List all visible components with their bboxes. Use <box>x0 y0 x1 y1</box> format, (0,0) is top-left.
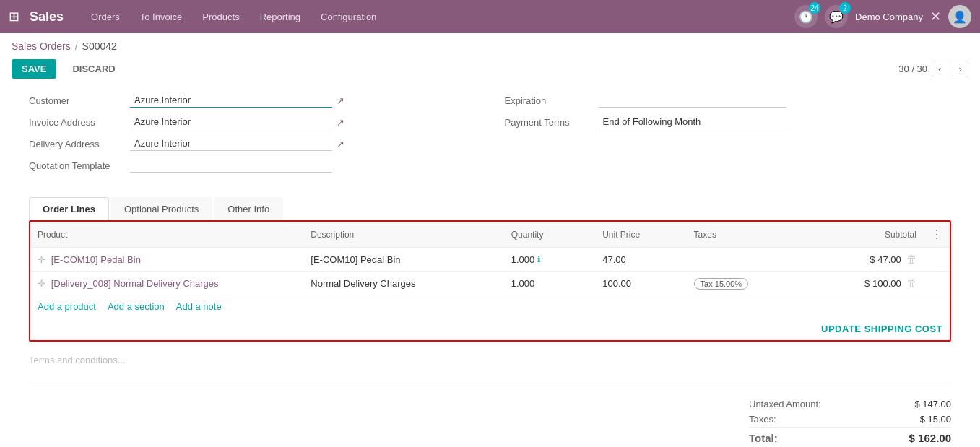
customer-input-wrap: ↗ <box>130 93 344 108</box>
col-taxes: Taxes <box>687 222 815 248</box>
topnav-right: 🕐 24 💬 2 Demo Company ✕ 👤 <box>794 5 971 28</box>
prev-record-button[interactable]: ‹ <box>932 61 948 77</box>
col-subtotal: Subtotal <box>814 222 924 248</box>
user-avatar[interactable]: 👤 <box>948 5 971 28</box>
add-links-row: Add a product Add a section Add a note <box>30 295 950 318</box>
company-selector[interactable]: Demo Company <box>855 12 923 22</box>
totals-section: Untaxed Amount: $ 147.00 Taxes: $ 15.00 … <box>0 394 980 447</box>
update-shipping-button[interactable]: UPDATE SHIPPING COST <box>821 324 942 334</box>
nav-to-invoice[interactable]: To Invoice <box>133 9 190 25</box>
save-button[interactable]: SAVE <box>12 59 56 79</box>
add-product-link[interactable]: Add a product <box>38 301 96 312</box>
add-note-link[interactable]: Add a note <box>176 301 222 312</box>
col-product: Product <box>30 222 303 248</box>
taxes-label: Taxes: <box>749 414 776 425</box>
row1-taxes <box>687 248 815 272</box>
row2-quantity-value: 1.000 <box>511 278 535 289</box>
row2-description: Normal Delivery Charges <box>303 272 503 295</box>
form-grid: Customer ↗ Invoice Address Azure Interio… <box>29 93 951 180</box>
row2-product-link[interactable]: [Delivery_008] Normal Delivery Charges <box>51 278 219 289</box>
expiration-row: Expiration <box>505 93 952 108</box>
row1-quantity-value: 1.000 <box>511 254 535 265</box>
row2-unit-price: 100.00 <box>595 272 686 295</box>
row1-unit-price: 47.00 <box>595 248 686 272</box>
terms-area: Terms and conditions... <box>29 349 951 386</box>
row1-quantity-wrap: 1.000 ℹ <box>511 254 588 265</box>
order-lines-table: Product Description Quantity Unit Price … <box>30 222 950 295</box>
order-lines-table-container: Product Description Quantity Unit Price … <box>29 220 951 342</box>
totals-total-row: Total: $ 162.00 <box>749 427 951 446</box>
drag-handle-icon[interactable]: ✛ <box>38 254 45 265</box>
total-label: Total: <box>749 432 778 444</box>
quotation-template-label: Quotation Template <box>29 160 130 171</box>
invoice-address-external-icon[interactable]: ↗ <box>337 117 344 128</box>
top-navigation: ⊞ Sales Orders To Invoice Products Repor… <box>0 0 980 33</box>
row2-subtotal: $ 100.00 🗑 <box>814 272 924 295</box>
close-icon[interactable]: ✕ <box>930 9 941 25</box>
chat-badge[interactable]: 💬 2 <box>825 5 848 28</box>
customer-external-icon[interactable]: ↗ <box>337 95 344 106</box>
quotation-template-wrap <box>130 158 332 173</box>
row2-extra <box>924 272 950 295</box>
row2-taxes: Tax 15.00% <box>687 272 815 295</box>
tab-other-info[interactable]: Other Info <box>214 197 283 220</box>
nav-reporting[interactable]: Reporting <box>253 9 308 25</box>
row1-product-link[interactable]: [E-COM10] Pedal Bin <box>51 254 141 265</box>
row2-subtotal-value: $ 100.00 <box>864 278 901 289</box>
add-section-link[interactable]: Add a section <box>108 301 165 312</box>
discard-button[interactable]: DISCARD <box>62 59 125 79</box>
tab-order-lines[interactable]: Order Lines <box>29 197 109 220</box>
untaxed-label: Untaxed Amount: <box>749 399 821 409</box>
form-right: Expiration Payment Terms End of Followin… <box>505 93 952 180</box>
row1-info-icon[interactable]: ℹ <box>537 254 541 264</box>
payment-terms-label: Payment Terms <box>505 117 599 128</box>
row1-extra <box>924 248 950 272</box>
tab-optional-products[interactable]: Optional Products <box>110 197 212 220</box>
invoice-address-row: Invoice Address Azure Interior ↗ <box>29 115 476 129</box>
invoice-address-select[interactable]: Azure Interior <box>130 115 332 129</box>
drag-handle-icon[interactable]: ✛ <box>38 278 45 289</box>
expiration-select[interactable] <box>599 93 786 108</box>
row1-product: ✛ [E-COM10] Pedal Bin <box>30 248 303 272</box>
totals-untaxed-row: Untaxed Amount: $ 147.00 <box>749 396 951 412</box>
table-row: ✛ [E-COM10] Pedal Bin [E-COM10] Pedal Bi… <box>30 248 950 272</box>
update-shipping-row: UPDATE SHIPPING COST <box>30 318 950 340</box>
nav-configuration[interactable]: Configuration <box>313 9 383 25</box>
next-record-button[interactable]: › <box>953 61 968 77</box>
row2-product: ✛ [Delivery_008] Normal Delivery Charges <box>30 272 303 295</box>
row1-delete-icon[interactable]: 🗑 <box>906 253 916 265</box>
totals-taxes-row: Taxes: $ 15.00 <box>749 412 951 427</box>
breadcrumb-parent[interactable]: Sales Orders <box>12 40 71 52</box>
column-options-icon[interactable]: ⋮ <box>931 228 942 240</box>
total-value: $ 162.00 <box>893 432 951 444</box>
customer-input[interactable] <box>130 93 332 108</box>
taxes-value: $ 15.00 <box>893 414 951 425</box>
grid-icon[interactable]: ⊞ <box>9 9 19 25</box>
customer-row: Customer ↗ <box>29 93 476 108</box>
clock-badge[interactable]: 🕐 24 <box>794 5 818 28</box>
terms-line <box>29 386 951 386</box>
nav-orders[interactable]: Orders <box>84 9 127 25</box>
delivery-address-select[interactable]: Azure Interior <box>130 136 332 151</box>
payment-terms-select[interactable]: End of Following Month <box>599 115 786 129</box>
col-quantity: Quantity <box>504 222 595 248</box>
breadcrumb-current: S00042 <box>82 40 117 52</box>
delivery-address-label: Delivery Address <box>29 139 130 149</box>
delivery-address-external-icon[interactable]: ↗ <box>337 139 344 149</box>
expiration-label: Expiration <box>505 95 599 106</box>
col-description: Description <box>303 222 503 248</box>
form-area: Customer ↗ Invoice Address Azure Interio… <box>0 86 980 187</box>
quotation-template-select[interactable] <box>130 158 332 173</box>
totals-table: Untaxed Amount: $ 147.00 Taxes: $ 15.00 … <box>749 396 951 446</box>
row2-delete-icon[interactable]: 🗑 <box>906 277 916 289</box>
app-title: Sales <box>30 9 64 25</box>
quotation-template-row: Quotation Template <box>29 158 476 173</box>
nav-products[interactable]: Products <box>195 9 246 25</box>
col-unit-price: Unit Price <box>595 222 686 248</box>
untaxed-value: $ 147.00 <box>893 399 951 409</box>
table-header-row: Product Description Quantity Unit Price … <box>30 222 950 248</box>
terms-placeholder[interactable]: Terms and conditions... <box>29 349 951 371</box>
expiration-wrap <box>599 93 786 108</box>
clock-count: 24 <box>809 2 820 14</box>
delivery-address-wrap: Azure Interior ↗ <box>130 136 344 151</box>
